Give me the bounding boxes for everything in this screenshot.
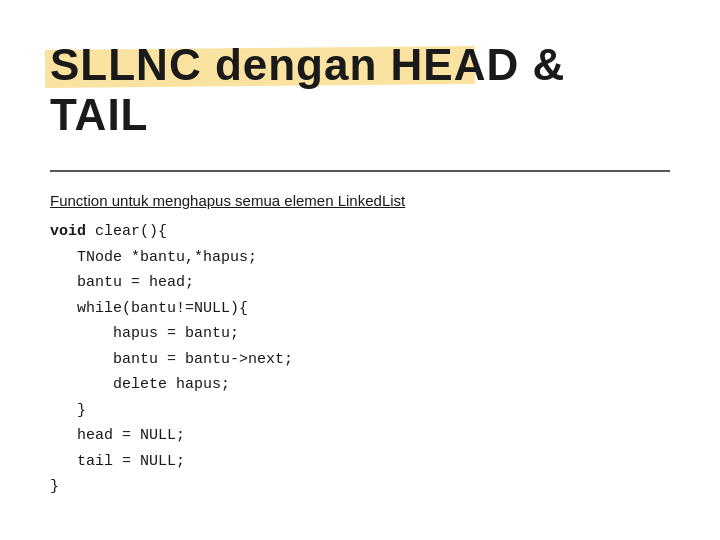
- slide-title: SLLNC dengan HEAD & TAIL: [50, 40, 670, 140]
- divider: [50, 170, 670, 172]
- keyword-void: void: [50, 223, 86, 240]
- title-container: SLLNC dengan HEAD & TAIL: [50, 40, 670, 140]
- code-block: void clear(){ TNode *bantu,*hapus; bantu…: [50, 219, 670, 500]
- slide: SLLNC dengan HEAD & TAIL Function untuk …: [0, 0, 720, 540]
- description: Function untuk menghapus semua elemen Li…: [50, 192, 670, 209]
